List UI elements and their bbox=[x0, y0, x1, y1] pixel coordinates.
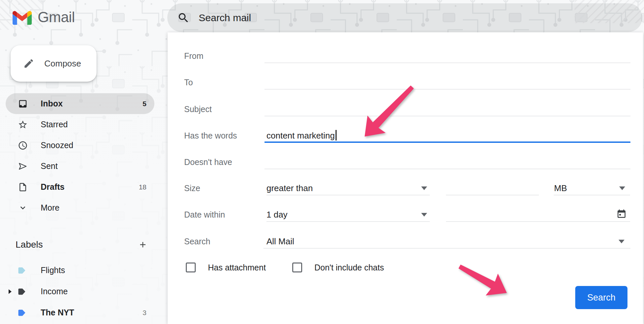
has-words-field[interactable]: content marketing bbox=[266, 129, 632, 142]
star-icon bbox=[18, 119, 28, 130]
size-value-underline bbox=[446, 195, 539, 195]
sidebar-item-label: Sent bbox=[41, 161, 58, 171]
sidebar-item-sent[interactable]: Sent bbox=[6, 156, 154, 177]
search-mail-bar[interactable]: Search mail bbox=[167, 3, 642, 32]
to-label: To bbox=[184, 75, 193, 89]
dropdown-arrow-icon[interactable] bbox=[421, 186, 427, 190]
label-name: Income bbox=[41, 287, 68, 296]
draft-icon bbox=[18, 182, 28, 192]
clock-icon bbox=[18, 140, 28, 151]
dropdown-arrow-icon[interactable] bbox=[619, 186, 625, 190]
label-name: The NYT bbox=[41, 308, 74, 317]
label-name: Flights bbox=[41, 265, 65, 275]
size-value-input[interactable] bbox=[446, 181, 539, 195]
text-cursor bbox=[336, 130, 337, 141]
date-input-underline bbox=[446, 221, 630, 222]
size-unit-underline bbox=[554, 195, 630, 195]
sidebar: Gmail Compose Inbox 5 Starred Snoozed Se… bbox=[0, 0, 168, 324]
dont-include-chats-checkbox[interactable] bbox=[292, 263, 302, 272]
expand-arrow-icon[interactable] bbox=[9, 289, 12, 294]
send-icon bbox=[18, 161, 28, 172]
dropdown-arrow-icon[interactable] bbox=[619, 240, 624, 243]
sidebar-item-drafts[interactable]: Drafts 18 bbox=[6, 177, 154, 197]
from-underline bbox=[264, 62, 630, 63]
sidebar-item-inbox[interactable]: Inbox 5 bbox=[6, 93, 154, 114]
sidebar-label-the-nyt[interactable]: The NYT 3 bbox=[6, 302, 154, 323]
date-input[interactable] bbox=[446, 208, 630, 222]
has-words-focused-underline bbox=[264, 142, 630, 143]
subject-field[interactable] bbox=[264, 102, 630, 116]
search-scope-label: Search bbox=[184, 234, 210, 248]
unread-count: 5 bbox=[142, 100, 146, 108]
doesnt-have-underline bbox=[264, 169, 630, 169]
sidebar-item-label: Drafts bbox=[41, 182, 64, 192]
dropdown-arrow-icon[interactable] bbox=[421, 213, 427, 217]
inbox-icon bbox=[18, 99, 28, 109]
gmail-wordmark: Gmail bbox=[38, 9, 75, 25]
search-filter-panel: From To Subject Has the words content ma… bbox=[168, 32, 643, 324]
sidebar-label-flights[interactable]: Flights bbox=[6, 260, 154, 281]
sidebar-item-starred[interactable]: Starred bbox=[6, 114, 154, 135]
to-field[interactable] bbox=[264, 75, 630, 89]
date-within-underline bbox=[266, 221, 430, 222]
annotation-arrow-has-words bbox=[355, 84, 417, 142]
label-tag-icon bbox=[18, 287, 27, 297]
calendar-icon[interactable] bbox=[616, 209, 627, 219]
sidebar-item-more[interactable]: More bbox=[6, 197, 154, 218]
labels-section-header: Labels bbox=[0, 236, 154, 253]
has-attachment-checkbox[interactable] bbox=[186, 263, 196, 272]
size-label: Size bbox=[184, 181, 200, 195]
sidebar-label-income[interactable]: Income bbox=[6, 281, 154, 302]
label-tag-icon bbox=[18, 308, 27, 318]
search-scope-dropdown[interactable]: All Mail bbox=[266, 234, 630, 248]
label-count: 3 bbox=[142, 309, 146, 317]
search-scope-underline bbox=[263, 248, 630, 249]
sidebar-item-snoozed[interactable]: Snoozed bbox=[6, 135, 154, 156]
sidebar-item-label: Starred bbox=[41, 120, 68, 129]
date-within-dropdown[interactable]: 1 day bbox=[266, 208, 430, 222]
from-label: From bbox=[184, 49, 203, 63]
sidebar-item-label: Inbox bbox=[41, 99, 63, 108]
gmail-brand[interactable]: Gmail bbox=[13, 8, 75, 26]
from-field[interactable] bbox=[264, 49, 630, 63]
compose-label: Compose bbox=[44, 59, 81, 69]
size-operator-dropdown[interactable]: greater than bbox=[266, 181, 430, 195]
sidebar-item-label: Snoozed bbox=[41, 141, 73, 150]
search-icon bbox=[177, 12, 190, 24]
gmail-logo-icon bbox=[13, 10, 32, 25]
date-within-label: Date within bbox=[184, 208, 225, 222]
labels-title: Labels bbox=[16, 236, 43, 253]
subject-label: Subject bbox=[184, 102, 212, 116]
to-underline bbox=[264, 89, 630, 90]
chevron-down-icon bbox=[18, 203, 28, 213]
search-input[interactable]: Search mail bbox=[199, 12, 251, 23]
plus-icon[interactable] bbox=[139, 240, 147, 249]
label-tag-icon bbox=[18, 265, 27, 275]
annotation-arrow-create-filter bbox=[453, 261, 509, 298]
has-words-value: content marketing bbox=[266, 131, 335, 141]
has-attachment-label: Has attachment bbox=[208, 261, 266, 274]
dont-include-chats-label: Don't include chats bbox=[314, 261, 384, 274]
sidebar-item-label: More bbox=[41, 203, 60, 213]
compose-button[interactable]: Compose bbox=[11, 45, 97, 82]
size-operator-underline bbox=[266, 195, 430, 195]
unread-count: 18 bbox=[139, 183, 146, 191]
search-button[interactable]: Search bbox=[575, 286, 627, 309]
doesnt-have-label: Doesn't have bbox=[184, 155, 232, 169]
subject-underline bbox=[264, 116, 630, 116]
doesnt-have-field[interactable] bbox=[264, 155, 630, 169]
pencil-icon bbox=[23, 58, 34, 69]
has-words-label: Has the words bbox=[184, 129, 237, 142]
